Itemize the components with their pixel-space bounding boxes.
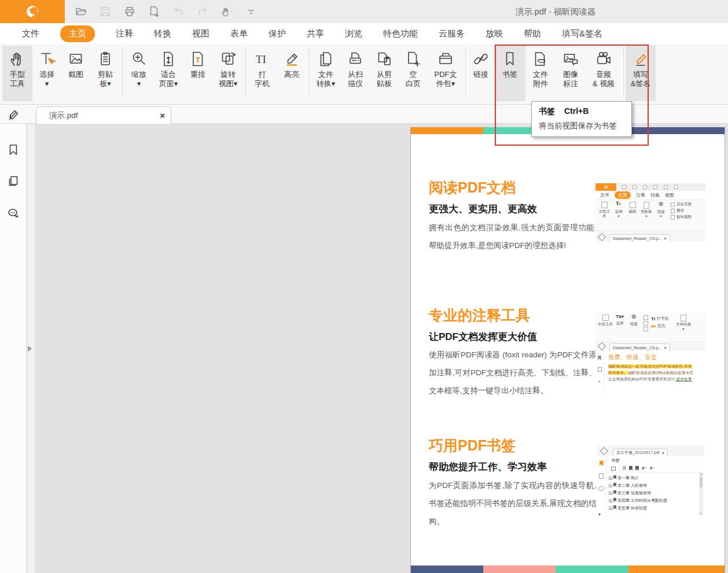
doc-tab[interactable]: 演示.pdf × <box>36 106 171 124</box>
pdf-portfolio-button[interactable]: PDF文件包▾ <box>428 46 464 101</box>
thumbnail-bookmark-panel: 员工手册_20120917.pdf× ▼ 书签 | <box>597 446 704 517</box>
typewriter-button[interactable]: TI 打字机 <box>248 46 277 101</box>
tab-view[interactable]: 视图 <box>192 28 209 39</box>
navigation-sidebar <box>0 124 27 573</box>
mini-tools-row: 手型工具 T▸选择▾ 截图 剪贴板▾ ⊕缩放▾ 适合页面 重排 旋转视图 <box>595 199 705 231</box>
clipboard-button[interactable]: 剪贴板▾ <box>90 46 120 101</box>
save-icon[interactable] <box>98 5 112 19</box>
thumbnail-home-ribbon: G 文件 主页 注释 转换 视图 手型工具 T▸选择▾ <box>595 183 705 252</box>
typewriter-icon: TI <box>253 50 271 68</box>
file-convert-button[interactable]: 文件转换▾ <box>311 46 341 101</box>
mini-bookmark-tree: + 第一章 简介 + 第二章 入职管理 + 第三章 试用期管理 + 第四章 工作… <box>606 472 704 512</box>
mini-side-tools: 适合页面 重排 旋转视图 <box>671 202 692 231</box>
mini-scrollbar: ∧ ∨ <box>699 472 703 515</box>
tab-share[interactable]: 共享 <box>307 28 324 39</box>
ribbon-separator <box>245 47 246 98</box>
tab-home[interactable]: 主页 <box>60 25 95 42</box>
color-segment <box>556 565 628 573</box>
bookmark-panel-icon[interactable] <box>7 143 20 156</box>
color-segment <box>411 565 483 573</box>
tab-cloud[interactable]: 云服务 <box>439 28 465 39</box>
rotate-view-button[interactable]: 旋转视图▾ <box>212 46 244 101</box>
comments-panel-icon[interactable] <box>7 207 20 220</box>
mini-sidebar: ▸ <box>595 351 604 394</box>
section3-body: 为PDF页面添加书签,除了实现内容的快速导航,书签还能指明不同书签的层级关系,展… <box>429 476 597 530</box>
mini-pencil-icon <box>598 342 606 350</box>
tab-protect[interactable]: 保护 <box>269 28 286 39</box>
fit-page-icon <box>159 50 178 68</box>
mini-pencil-icon <box>600 447 608 455</box>
portfolio-icon <box>436 50 455 68</box>
foxit-logo-icon <box>25 4 40 19</box>
from-clipboard-button[interactable]: 从剪贴板 <box>370 46 399 101</box>
tab-help[interactable]: 帮助 <box>524 28 541 39</box>
close-tab-icon[interactable]: × <box>160 110 165 120</box>
undo-icon[interactable] <box>171 5 185 19</box>
link-icon <box>472 50 490 68</box>
hand-gesture-icon[interactable] <box>220 5 234 19</box>
tab-browse[interactable]: 浏览 <box>345 28 362 39</box>
section2-body: 使用福昕PDF阅读器 (foxit reader) 为PDF文件添加注释,可对P… <box>429 346 597 400</box>
mini-tools-row: 手型工具 Tb▾选择 ⊕缩放 TI打字机 高亮 文件转换▾ <box>595 312 705 342</box>
window-title: 演示.pdf - 福昕阅读器 <box>440 6 671 17</box>
select-tool-button[interactable]: 选择▾ <box>32 46 61 101</box>
section2-subtitle: 让PDF文档发挥更大价值 <box>429 330 537 343</box>
select-text-icon <box>38 50 56 68</box>
link-button[interactable]: 链接 <box>468 46 494 101</box>
new-page-icon[interactable] <box>147 5 161 19</box>
page-bottom-color-bar <box>411 565 725 573</box>
mini-menu-tabs: 文件 主页 注释 转换 视图 <box>595 191 705 199</box>
ribbon-separator <box>122 47 123 98</box>
blank-page-button[interactable]: 空白页 <box>399 46 428 101</box>
section3-subtitle: 帮助您提升工作、学习效率 <box>429 460 547 474</box>
mini-doc-text: 福昕阅读器是一款功能强大的PDF阅读软件,具有 档与表单。福昕阅读器采用Offi… <box>608 363 704 382</box>
fit-page-button[interactable]: 适合页面▾ <box>153 46 183 101</box>
mini-panel-toolbar: | A⁺A⁻ <box>606 465 704 472</box>
menu-bar: 文件 主页 注释 转换 视图 表单 保护 共享 浏览 特色功能 云服务 放映 帮… <box>0 23 728 44</box>
tab-fill-sign[interactable]: 填写&签名 <box>562 28 602 39</box>
section2-title: 专业的注释工具 <box>429 306 530 325</box>
thumbnail-annotation: 手型工具 Tb▾选择 ⊕缩放 TI打字机 高亮 文件转换▾ Datasheet_… <box>595 312 705 394</box>
mini-doc-heading: 免费、快速、安全 <box>608 353 704 361</box>
snapshot-button[interactable]: 截图 <box>61 46 90 101</box>
color-segment <box>483 565 556 573</box>
pdf-page: 阅读PDF文档 更强大、更实用、更高效 拥有出色的文档渲染效果,强大的页面管理功… <box>410 127 725 573</box>
from-clipboard-icon <box>375 50 394 68</box>
tab-comment[interactable]: 注释 <box>116 28 133 39</box>
svg-text:T: T <box>196 56 200 64</box>
tab-slideshow[interactable]: 放映 <box>486 28 503 39</box>
hand-tool-button[interactable]: 手型工具 <box>2 46 32 101</box>
zoom-icon <box>130 50 148 68</box>
mini-qat <box>622 185 678 189</box>
from-scanner-button[interactable]: 从扫描仪 <box>341 46 370 101</box>
ribbon-separator <box>308 47 309 98</box>
pencil-icon[interactable] <box>8 108 21 120</box>
tab-file[interactable]: 文件 <box>22 28 39 39</box>
zoom-button[interactable]: 缩放▾ <box>124 46 153 101</box>
snapshot-icon <box>67 50 85 68</box>
tab-form[interactable]: 表单 <box>230 28 248 39</box>
redo-icon[interactable] <box>196 5 209 19</box>
tab-convert[interactable]: 转换 <box>154 28 171 39</box>
blank-page-icon <box>404 50 422 68</box>
doc-tab-label: 演示.pdf <box>49 110 160 121</box>
highlight-button[interactable]: 高亮 <box>277 46 307 101</box>
highlight-icon <box>282 50 301 68</box>
clipboard-icon <box>96 50 115 68</box>
ribbon-separator <box>465 47 466 98</box>
section1-body: 拥有出色的文档渲染效果,强大的页面管理功能,帮助提升效率,是您阅读PDF的理想选… <box>429 219 597 254</box>
section3-title: 巧用PDF书签 <box>429 436 516 455</box>
tab-features[interactable]: 特色功能 <box>383 28 418 39</box>
print-icon[interactable] <box>123 5 137 19</box>
mini-sidebar: ▼ <box>597 456 606 517</box>
open-folder-icon[interactable] <box>74 5 88 19</box>
quick-access-toolbar <box>74 5 258 19</box>
mini-foxit-logo: G <box>595 183 616 191</box>
reflow-button[interactable]: T 重排 <box>183 46 212 101</box>
color-segment <box>411 127 483 134</box>
foxit-logo[interactable] <box>0 0 65 23</box>
pages-panel-icon[interactable] <box>7 175 20 187</box>
sidebar-expand-handle[interactable] <box>28 346 32 352</box>
customize-toolbar-icon[interactable] <box>244 5 258 19</box>
mini-panel-title: 书签 <box>606 456 704 465</box>
